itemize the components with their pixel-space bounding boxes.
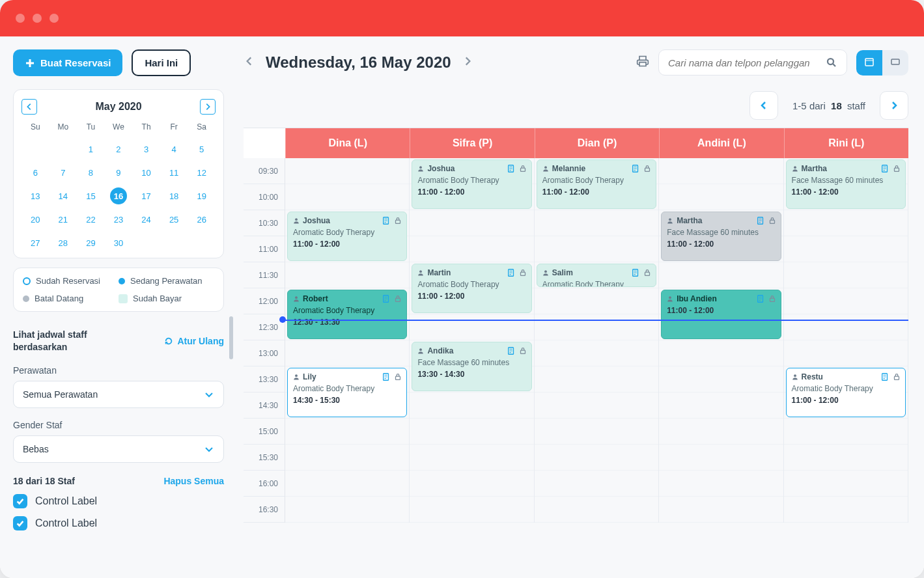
gender-select[interactable]: Bebas	[13, 435, 224, 463]
treatment-select[interactable]: Semua Perawatan	[13, 381, 224, 408]
gender-label: Gender Staf	[13, 420, 224, 430]
mini-cal-day[interactable]: 11	[165, 164, 182, 181]
svg-point-11	[295, 374, 298, 377]
reservation-card[interactable]: JoshuaAromatic Body Therapy11:00 - 12:00	[412, 159, 531, 209]
mini-cal-day[interactable]: 27	[27, 234, 44, 251]
svg-rect-25	[645, 272, 650, 275]
mini-cal-day[interactable]: 24	[138, 211, 155, 228]
note-icon	[631, 268, 640, 277]
time-label: 13:00	[244, 340, 285, 366]
reservation-card[interactable]: MarthaFace Massage 60 minutes11:00 - 12:…	[786, 159, 906, 209]
staff-checkbox-2[interactable]: Control Label	[13, 516, 224, 530]
mini-cal-day[interactable]: 23	[110, 211, 127, 228]
create-reservation-button[interactable]: Buat Reservasi	[13, 49, 122, 76]
mini-cal-day[interactable]: 9	[110, 164, 127, 181]
reservation-card[interactable]: SalimAromatic Body Therapy	[537, 264, 656, 287]
mini-cal-day[interactable]: 14	[55, 187, 72, 204]
staff-column: MelannieAromatic Body Therapy11:00 - 12:…	[535, 158, 659, 523]
svg-point-29	[669, 218, 671, 221]
mini-cal-day[interactable]: 22	[82, 211, 99, 228]
mini-cal-day[interactable]: 8	[82, 164, 99, 181]
note-icon	[880, 164, 889, 173]
note-icon	[756, 216, 765, 225]
mini-cal-day	[193, 234, 210, 251]
printer-icon	[636, 55, 649, 68]
traffic-light-min[interactable]	[33, 14, 42, 23]
time-label: 11:30	[244, 262, 285, 288]
mini-cal-day[interactable]: 20	[27, 211, 44, 228]
date-next-button[interactable]	[462, 55, 473, 70]
reservation-card[interactable]: AndikaFace Massage 60 minutes13:30 - 14:…	[412, 342, 531, 391]
mini-cal-day[interactable]: 2	[110, 141, 127, 158]
sidebar-scrollbar[interactable]	[229, 316, 233, 359]
mini-cal-day[interactable]: 10	[138, 164, 155, 181]
mini-cal-day[interactable]: 17	[138, 187, 155, 204]
mini-cal-day[interactable]: 28	[55, 234, 72, 251]
mini-cal-day	[55, 141, 72, 158]
person-icon	[792, 374, 798, 380]
reservation-card[interactable]: RestuAromatic Body Therapy11:00 - 12:00	[786, 368, 906, 417]
mini-cal-day[interactable]: 7	[55, 164, 72, 181]
svg-point-17	[420, 270, 423, 273]
mini-cal-day[interactable]: 30	[110, 234, 127, 251]
mini-cal-day[interactable]: 25	[165, 211, 182, 228]
traffic-light-close[interactable]	[16, 14, 25, 23]
person-icon	[667, 217, 673, 224]
date-prev-button[interactable]	[244, 55, 255, 70]
time-label: 12:30	[244, 314, 285, 340]
mini-cal-day[interactable]: 29	[82, 234, 99, 251]
search-input[interactable]	[668, 57, 819, 68]
traffic-light-max[interactable]	[49, 14, 59, 23]
mini-cal-day[interactable]: 26	[193, 211, 210, 228]
mini-cal-day[interactable]: 6	[27, 164, 44, 181]
mini-cal-day[interactable]: 19	[193, 187, 210, 204]
mini-cal-day[interactable]: 3	[138, 141, 155, 158]
clear-all-link[interactable]: Hapus Semua	[163, 476, 224, 486]
reservation-card[interactable]: RobertAromatic Body Therapy12:30 - 13:30	[287, 290, 407, 339]
time-label: 13:30	[244, 366, 285, 392]
svg-rect-19	[520, 350, 525, 353]
staff-checkbox-1[interactable]: Control Label	[13, 494, 224, 508]
lock-icon	[518, 268, 527, 277]
lock-icon	[643, 164, 652, 173]
print-button[interactable]	[636, 55, 649, 70]
note-icon	[382, 216, 391, 225]
staff-header: Dina (L)	[285, 128, 410, 158]
mini-cal-day[interactable]: 12	[193, 164, 210, 181]
mini-cal-day[interactable]: 18	[165, 187, 182, 204]
search-icon	[826, 57, 837, 68]
reservation-card[interactable]: MartinAromatic Body Therapy11:00 - 12:00	[412, 264, 531, 313]
mini-cal-day[interactable]: 4	[165, 141, 182, 158]
pager-next-button[interactable]	[880, 91, 908, 120]
reservation-card[interactable]: MarthaFace Massage 60 minutes11:00 - 12:…	[661, 212, 781, 261]
mini-cal-day[interactable]: 13	[27, 187, 44, 204]
mini-cal-prev[interactable]	[21, 99, 37, 115]
reservation-card[interactable]: JoshuaAromatic Body Therapy11:00 - 12:00	[287, 212, 407, 261]
lock-icon	[643, 268, 652, 277]
reservation-card[interactable]: LilyAromatic Body Therapy14:30 - 15:30	[287, 368, 407, 417]
reset-filters-link[interactable]: Atur Ulang	[164, 329, 224, 353]
mini-cal-day[interactable]: 5	[193, 141, 210, 158]
staff-count-label: 18 dari 18 Staf	[13, 476, 75, 486]
calendar-view-button[interactable]	[856, 50, 882, 76]
lock-icon	[393, 372, 402, 381]
list-view-button[interactable]	[882, 50, 908, 76]
mini-cal-day[interactable]: 1	[82, 141, 99, 158]
reservation-card[interactable]: Ibu Andien11:00 - 12:00	[661, 290, 781, 339]
mini-cal-next[interactable]	[200, 99, 216, 115]
reservation-card[interactable]: MelannieAromatic Body Therapy11:00 - 12:…	[537, 159, 656, 209]
calendar-icon	[864, 57, 875, 67]
mini-cal-day[interactable]: 15	[82, 187, 99, 204]
svg-point-35	[794, 166, 796, 169]
staff-header: Sifra (P)	[410, 128, 534, 158]
mini-cal-day[interactable]: 16	[110, 187, 127, 204]
search-box[interactable]	[658, 49, 847, 76]
sidebar: Buat Reservasi Hari Ini May 2020 SuMoTuW…	[0, 36, 237, 578]
person-icon	[542, 269, 549, 276]
mini-cal-day[interactable]: 21	[55, 211, 72, 228]
lock-icon	[393, 294, 402, 303]
pager-prev-button[interactable]	[749, 91, 778, 120]
chevron-right-icon	[203, 102, 212, 111]
today-button[interactable]: Hari Ini	[132, 49, 191, 76]
mini-cal-day	[27, 141, 44, 158]
